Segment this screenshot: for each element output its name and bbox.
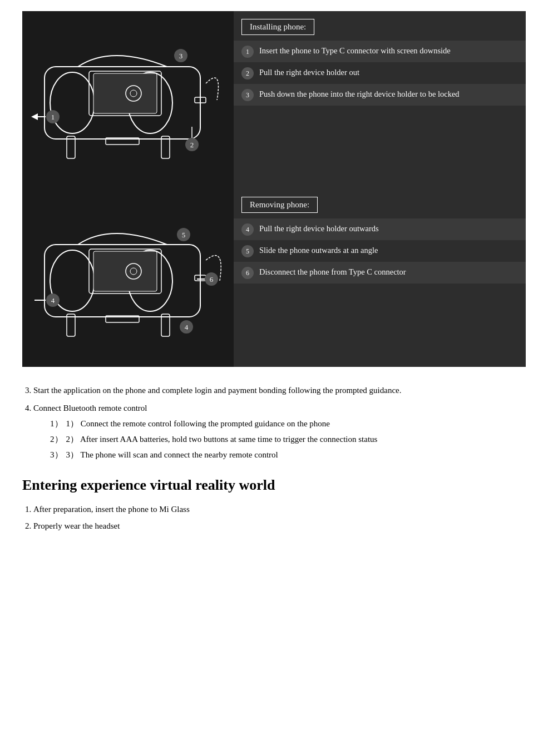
lower-text-2: Properly wear the headset (33, 521, 120, 530)
svg-text:4: 4 (51, 296, 55, 305)
bt-step-1: 1） Connect the remote control following … (50, 417, 526, 430)
step-text-3: Push down the phone into the right devic… (259, 88, 460, 100)
installing-title: Installing phone: (241, 19, 314, 35)
step-text-4: Pull the right device holder outwards (259, 223, 379, 235)
step-badge-2: 2 (241, 67, 254, 79)
installing-step-3: 3 Push down the phone into the right dev… (234, 84, 526, 106)
step-text-6: Disconnect the phone from Type C connect… (259, 266, 406, 278)
removing-image: 4 5 6 4 (22, 189, 234, 367)
svg-text:2: 2 (190, 141, 194, 149)
bluetooth-sub-list: 1） Connect the remote control following … (50, 417, 526, 461)
svg-text:5: 5 (182, 231, 186, 239)
step-text-1: Insert the phone to Type C connector wit… (259, 45, 451, 57)
bt-step-2: 2） After insert AAA batteries, hold two … (50, 432, 526, 446)
intro-item-3: Start the application on the phone and c… (33, 384, 526, 397)
step-text-5: Slide the phone outwards at an angle (259, 245, 378, 256)
top-section: 1 2 3 (22, 11, 526, 367)
bt-text-2: After insert AAA batteries, hold two but… (80, 435, 377, 444)
svg-text:4: 4 (185, 323, 189, 331)
intro-text-4: Connect Bluetooth remote control (33, 404, 147, 412)
removing-step-5: 5 Slide the phone outwards at an angle (234, 240, 526, 262)
lower-list: After preparation, insert the phone to M… (33, 503, 526, 533)
removing-panel: Removing phone: 4 Pull the right device … (234, 189, 526, 367)
step-badge-5: 5 (241, 245, 254, 257)
removing-row: 4 5 6 4 Removing phon (22, 189, 526, 367)
svg-text:3: 3 (179, 52, 183, 60)
installing-image: 1 2 3 (22, 11, 234, 189)
step-badge-3: 3 (241, 89, 254, 101)
installing-row: 1 2 3 (22, 11, 526, 189)
installing-step-1: 1 Insert the phone to Type C connector w… (234, 41, 526, 62)
installing-step-2: 2 Pull the right device holder out (234, 62, 526, 84)
removing-step-6: 6 Disconnect the phone from Type C conne… (234, 262, 526, 284)
lower-item-2: Properly wear the headset (33, 519, 526, 533)
removing-title: Removing phone: (241, 197, 318, 213)
lower-text-1: After preparation, insert the phone to M… (33, 505, 190, 514)
removing-step-4: 4 Pull the right device holder outwards (234, 218, 526, 240)
intro-text-3: Start the application on the phone and c… (33, 386, 402, 395)
bt-text-1: Connect the remote control following the… (81, 419, 330, 428)
step-badge-6: 6 (241, 267, 254, 279)
svg-text:1: 1 (51, 113, 55, 121)
body-content: Start the application on the phone and c… (22, 367, 526, 533)
step-badge-1: 1 (241, 46, 254, 58)
svg-rect-5 (93, 73, 157, 113)
step-text-2: Pull the right device holder out (259, 67, 359, 78)
svg-text:6: 6 (210, 275, 214, 284)
bt-step-3: 3） The phone will scan and connect the n… (50, 448, 526, 461)
installing-panel: Installing phone: 1 Insert the phone to … (234, 11, 526, 189)
svg-rect-25 (93, 251, 157, 291)
bt-text-3: The phone will scan and connect the near… (80, 450, 278, 459)
section-heading: Entering experience virtual reality worl… (22, 477, 526, 494)
intro-list: Start the application on the phone and c… (33, 384, 526, 461)
step-badge-4: 4 (241, 223, 254, 236)
intro-item-4: Connect Bluetooth remote control 1） Conn… (33, 401, 526, 461)
lower-item-1: After preparation, insert the phone to M… (33, 503, 526, 516)
